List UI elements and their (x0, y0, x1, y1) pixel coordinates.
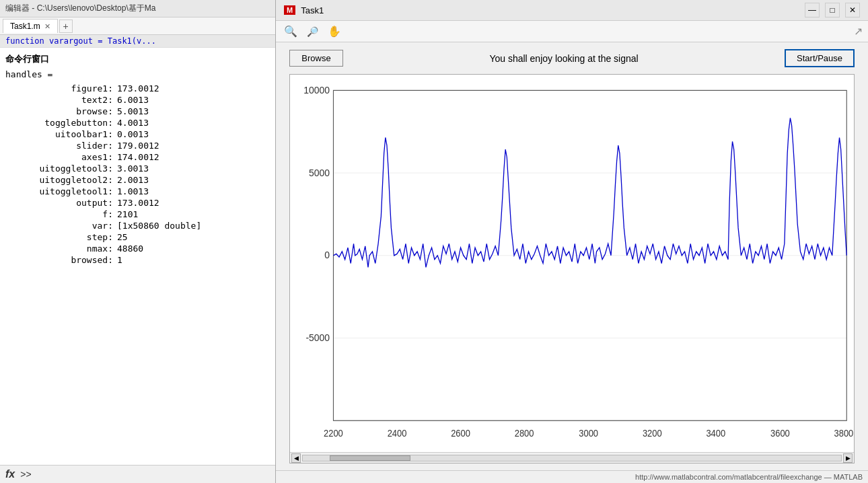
prop-value: 2.0013 (117, 175, 149, 185)
prop-value: 173.0012 (117, 83, 159, 94)
editor-panel: 编辑器 - C:\Users\lenovo\Desktop\基于Ma Task1… (0, 0, 276, 483)
prop-name: slider: (5, 141, 113, 151)
prop-name: axes1: (5, 152, 113, 162)
figure-titlebar: M Task1 — □ ✕ (276, 0, 868, 21)
prop-name: uitoolbar1: (5, 129, 113, 139)
figure-title-text: Task1 (301, 5, 324, 15)
prop-name: step: (5, 232, 113, 242)
prop-value: 174.0012 (117, 152, 159, 162)
figure-title: M Task1 (284, 5, 324, 15)
prop-name: uitoggletool2: (5, 175, 113, 185)
window-controls: — □ ✕ (805, 3, 860, 17)
prop-value: 4.0013 (117, 118, 149, 128)
prop-value: 3.0013 (117, 163, 149, 174)
prop-name: browsed: (5, 255, 113, 265)
prop-name: browse: (5, 106, 113, 116)
prop-value: 173.0012 (117, 198, 159, 208)
prop-value: 5.0013 (117, 106, 149, 116)
scroll-left-button[interactable]: ◀ (291, 453, 301, 463)
prop-value: [1x50860 double] (117, 221, 201, 231)
property-line: uitoolbar1: 0.0013 (5, 129, 270, 139)
controls-row: Browse You shall enjoy looking at the si… (289, 49, 855, 67)
tab-close-icon[interactable]: ✕ (44, 22, 50, 31)
prop-value: 6.0013 (117, 95, 149, 105)
maximize-button[interactable]: □ (825, 3, 840, 17)
browse-button[interactable]: Browse (289, 50, 343, 67)
svg-text:5000: 5000 (309, 167, 330, 178)
prop-name: uitoggletool3: (5, 163, 113, 174)
prop-name: f: (5, 209, 113, 219)
prop-value: 1.0013 (117, 186, 149, 196)
minimize-button[interactable]: — (805, 3, 820, 17)
figure-toolbar: 🔍 🔎 ✋ ↗ (276, 21, 868, 42)
property-line: uitoggletool2: 2.0013 (5, 175, 270, 185)
matlab-icon: M (284, 5, 295, 15)
properties-list: figure1: 173.0012 text2: 6.0013 browse: … (5, 83, 270, 265)
scroll-thumb[interactable] (330, 455, 410, 461)
svg-text:3600: 3600 (770, 428, 790, 439)
property-line: uitoggletool1: 1.0013 (5, 186, 270, 196)
pan-icon: ✋ (328, 26, 341, 37)
prop-name: text2: (5, 95, 113, 105)
editor-tab[interactable]: Task1.m ✕ (3, 19, 58, 33)
svg-text:3000: 3000 (579, 428, 598, 439)
property-line: var: [1x50860 double] (5, 221, 270, 231)
property-line: f: 2101 (5, 209, 270, 219)
prop-value: 25 (117, 232, 128, 242)
svg-text:10000: 10000 (303, 85, 330, 96)
svg-text:2800: 2800 (515, 428, 534, 439)
svg-text:3400: 3400 (706, 428, 725, 439)
close-button[interactable]: ✕ (845, 3, 860, 17)
prop-value: 179.0012 (117, 141, 159, 151)
tab-add-button[interactable]: + (59, 20, 73, 33)
prop-value: 1 (117, 255, 122, 265)
svg-text:2200: 2200 (324, 428, 343, 439)
svg-text:3800: 3800 (834, 428, 854, 439)
property-line: uitoggletool3: 3.0013 (5, 163, 270, 174)
handles-label: handles = (5, 69, 270, 79)
code-preview: function varargout = Task1(v... (0, 35, 275, 48)
prop-name: var: (5, 221, 113, 231)
figure-panel: M Task1 — □ ✕ 🔍 🔎 ✋ ↗ Browse You shall e… (276, 0, 868, 483)
prop-name: output: (5, 198, 113, 208)
undock-icon[interactable]: ↗ (854, 25, 863, 38)
editor-tabs: Task1.m ✕ + (0, 17, 275, 35)
zoom-out-button[interactable]: 🔎 (304, 24, 321, 39)
prop-value: 0.0013 (117, 129, 149, 139)
tab-label: Task1.m (10, 22, 40, 31)
svg-text:0: 0 (324, 250, 330, 261)
prop-name: figure1: (5, 83, 113, 94)
zoom-in-button[interactable]: 🔍 (281, 24, 300, 39)
status-bar: http://www.matlabcontral.com/matlabcentr… (276, 470, 868, 483)
signal-chart: 10000 5000 0 -5000 2200 2400 2600 2800 3… (290, 75, 854, 452)
scroll-track[interactable] (302, 455, 842, 461)
property-line: togglebutton: 4.0013 (5, 118, 270, 128)
chart-container: 10000 5000 0 -5000 2200 2400 2600 2800 3… (289, 74, 855, 463)
svg-rect-1 (290, 75, 333, 452)
property-line: browse: 5.0013 (5, 106, 270, 116)
chart-scrollbar[interactable]: ◀ ▶ (290, 452, 854, 463)
zoom-in-icon: 🔍 (284, 26, 297, 37)
pan-button[interactable]: ✋ (325, 24, 344, 39)
prop-name: nmax: (5, 244, 113, 254)
property-line: figure1: 173.0012 (5, 83, 270, 94)
scroll-right-button[interactable]: ▶ (843, 453, 853, 463)
code-line-text: function varargout = Task1(v... (5, 36, 156, 46)
signal-label: You shall enjoy looking at the signal (357, 53, 771, 64)
start-pause-button[interactable]: Start/Pause (785, 49, 855, 67)
fx-symbol: fx (5, 468, 15, 480)
property-line: output: 173.0012 (5, 198, 270, 208)
svg-text:-5000: -5000 (305, 332, 330, 344)
zoom-out-icon: 🔎 (307, 26, 318, 37)
status-text: http://www.matlabcontral.com/matlabcentr… (635, 473, 863, 481)
property-line: slider: 179.0012 (5, 141, 270, 151)
command-window[interactable]: 命令行窗口 handles = figure1: 173.0012 text2:… (0, 48, 275, 465)
editor-titlebar: 编辑器 - C:\Users\lenovo\Desktop\基于Ma (0, 0, 275, 17)
property-line: axes1: 174.0012 (5, 152, 270, 162)
property-line: text2: 6.0013 (5, 95, 270, 105)
prop-name: uitoggletool1: (5, 186, 113, 196)
editor-title-text: 编辑器 - C:\Users\lenovo\Desktop\基于Ma (5, 3, 155, 14)
chart-svg-wrapper: 10000 5000 0 -5000 2200 2400 2600 2800 3… (290, 75, 854, 452)
prop-value: 48860 (117, 244, 143, 254)
prop-name: togglebutton: (5, 118, 113, 128)
